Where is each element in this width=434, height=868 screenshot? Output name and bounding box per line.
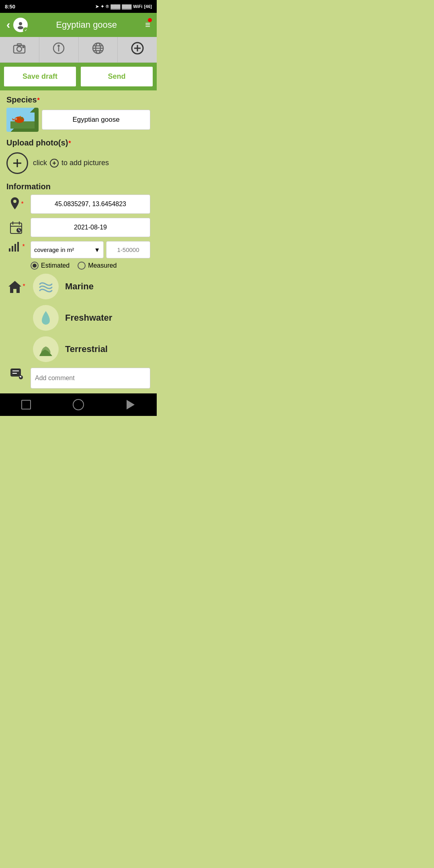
action-buttons: Save draft Send (0, 63, 157, 90)
species-label: Species (6, 95, 150, 104)
svg-marker-36 (8, 281, 21, 293)
save-draft-button[interactable]: Save draft (3, 66, 77, 87)
svg-point-0 (19, 22, 22, 25)
comment-icon-container (6, 368, 27, 380)
main-content: Species Upload photo(s) (0, 90, 157, 393)
svg-rect-35 (17, 242, 19, 252)
habitat-icon-container (6, 279, 27, 294)
freshwater-circle[interactable] (33, 305, 59, 331)
terrestrial-circle[interactable] (33, 336, 59, 362)
svg-rect-4 (17, 44, 21, 46)
registered-icon: ® (106, 4, 109, 9)
species-input[interactable] (42, 110, 150, 130)
location-icon: ➤ (95, 4, 99, 9)
date-input[interactable] (31, 218, 150, 237)
upload-hint: click + to add pictures (6, 151, 150, 176)
freshwater-label: Freshwater (65, 313, 112, 323)
svg-rect-34 (14, 244, 16, 252)
marine-row: Marine (6, 274, 150, 299)
species-row (6, 108, 150, 132)
coverage-radios: Estimated Measured (31, 262, 150, 270)
back-triangle-icon (127, 400, 135, 409)
menu-button[interactable]: ≡ (145, 20, 150, 30)
measured-option[interactable]: Measured (78, 262, 117, 270)
coverage-controls: coverage in m² ▼ Estimated Measured (31, 241, 150, 270)
signal1-icon: ▓▓▓ (111, 4, 120, 9)
back-button[interactable]: ‹ (6, 18, 10, 31)
terrestrial-label: Terrestrial (65, 344, 108, 354)
globe-icon (92, 42, 104, 57)
comment-input[interactable] (31, 368, 150, 389)
svg-point-1 (18, 26, 23, 29)
location-input[interactable] (31, 194, 150, 214)
camera-icon (13, 43, 26, 57)
signal2-icon: ▓▓▓ (122, 4, 131, 9)
svg-rect-39 (10, 368, 21, 377)
date-icon-container (6, 221, 27, 234)
date-row (6, 218, 150, 237)
terrestrial-row: Terrestrial (6, 336, 150, 362)
comment-section (6, 368, 150, 389)
information-label: Information (6, 182, 150, 191)
location-row (6, 194, 150, 214)
coverage-select[interactable]: coverage in m² ▼ (31, 241, 104, 258)
dropdown-arrow-icon: ▼ (94, 246, 100, 253)
upload-add-button[interactable] (6, 152, 28, 174)
upload-section: Upload photo(s) click + to add pictures (6, 138, 150, 176)
tab-bar (0, 37, 157, 63)
svg-point-24 (20, 117, 23, 119)
coverage-number-input[interactable] (106, 241, 150, 258)
svg-point-8 (58, 45, 59, 47)
nav-back-button[interactable] (123, 397, 138, 412)
upload-text: click + to add pictures (33, 159, 109, 168)
nav-square-button[interactable] (19, 397, 33, 412)
bottom-nav (0, 393, 157, 416)
svg-rect-33 (12, 246, 13, 252)
coverage-top: coverage in m² ▼ (31, 241, 150, 258)
header: ‹ Egyptian goose ≡ (0, 13, 157, 37)
information-section: Information (6, 182, 150, 270)
tab-add[interactable] (118, 37, 157, 62)
coverage-row: coverage in m² ▼ Estimated Measured (6, 241, 150, 270)
svg-point-22 (16, 119, 16, 119)
marine-circle[interactable] (33, 274, 59, 299)
plus-inline-icon: + (50, 159, 59, 168)
coverage-select-label: coverage in m² (34, 246, 74, 253)
nav-home-button[interactable] (71, 397, 86, 412)
species-thumbnail (6, 108, 39, 132)
avatar-check-icon (23, 27, 29, 33)
page-title: Egyptian goose (28, 20, 145, 30)
estimated-radio[interactable] (31, 262, 39, 270)
measured-radio[interactable] (78, 262, 86, 270)
tab-info[interactable] (39, 37, 79, 62)
svg-point-5 (23, 47, 24, 48)
tab-globe[interactable] (79, 37, 118, 62)
estimated-label: Estimated (41, 262, 70, 269)
add-circle-icon (131, 42, 144, 57)
send-button[interactable]: Send (80, 66, 154, 87)
upload-label: Upload photo(s) (6, 138, 150, 147)
location-icon-container (6, 197, 27, 211)
estimated-option[interactable]: Estimated (31, 262, 70, 270)
info-icon (53, 42, 65, 57)
svg-rect-32 (9, 248, 10, 252)
square-icon (21, 400, 31, 409)
svg-point-3 (17, 47, 22, 51)
habitat-section: Marine Freshwater Terre (6, 274, 150, 362)
tab-camera[interactable] (0, 37, 39, 62)
coverage-icon-container (6, 241, 27, 252)
svg-rect-18 (10, 121, 35, 129)
time: 8:50 (5, 4, 15, 10)
status-bar: 8:50 ➤ ✦ ® ▓▓▓ ▓▓▓ WiFi [46] (0, 0, 157, 13)
bluetooth-icon: ✦ (100, 4, 104, 9)
avatar (13, 18, 28, 32)
battery: [46] (144, 4, 152, 9)
notification-dot (148, 18, 152, 22)
status-icons: ➤ ✦ ® ▓▓▓ ▓▓▓ WiFi [46] (95, 4, 152, 9)
circle-icon (73, 399, 84, 410)
wifi-icon: WiFi (133, 4, 142, 9)
marine-label: Marine (65, 281, 94, 292)
freshwater-row: Freshwater (6, 305, 150, 331)
measured-label: Measured (88, 262, 117, 269)
